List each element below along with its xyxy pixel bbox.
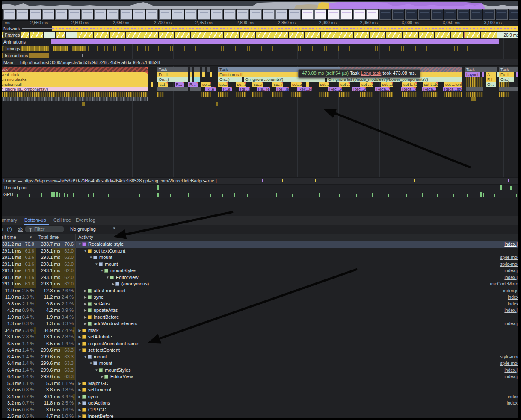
filmstrip-screenshot[interactable]: [81, 9, 93, 20]
timing-mark[interactable]: [107, 46, 108, 51]
collapsed-arrow-icon[interactable]: ▶: [77, 380, 82, 387]
frame-block[interactable]: [321, 32, 337, 38]
expanded-arrow-icon[interactable]: ▼: [89, 254, 93, 261]
flame-event[interactable]: [444, 92, 463, 97]
frame-block[interactable]: [435, 32, 451, 38]
flame-event[interactable]: R...: [175, 82, 185, 87]
collapsed-arrow-icon[interactable]: ▶: [83, 320, 88, 327]
timing-mark[interactable]: [415, 46, 416, 51]
timing-mark[interactable]: [210, 46, 210, 51]
filmstrip-screenshot[interactable]: [237, 9, 249, 20]
frame-block[interactable]: [337, 32, 353, 38]
frame-block[interactable]: 26.9 ms: [497, 32, 521, 38]
flame-event[interactable]: Task: [157, 67, 189, 72]
timing-mark[interactable]: [389, 46, 390, 51]
table-row[interactable]: 9.8 ms2.1 %9.8 ms2.1 %▶setAttrsindex.: [0, 301, 521, 308]
frame-block[interactable]: [386, 32, 402, 38]
timing-mark[interactable]: [184, 46, 185, 51]
timing-mark[interactable]: [403, 46, 404, 51]
table-row[interactable]: 6.4 ms1.4 %299.6 ms63.3 %▶EditorViewinde…: [0, 373, 521, 380]
timing-mark[interactable]: [298, 46, 299, 51]
filmstrip-screenshot[interactable]: [340, 9, 352, 20]
timing-segment[interactable]: [72, 46, 86, 51]
filmstrip-screenshot[interactable]: [302, 9, 314, 20]
timing-mark[interactable]: [377, 46, 378, 51]
expanded-arrow-icon[interactable]: ▼: [94, 367, 99, 374]
table-row[interactable]: 34.6 ms7.3 %34.9 ms7.4 %▶mark: [0, 327, 521, 334]
timing-mark[interactable]: [287, 46, 287, 51]
gpu-track[interactable]: GPU: [0, 191, 521, 198]
time-ruler[interactable]: ms2,550 ms2,600 ms2,650 ms2,700 ms2,750 …: [0, 21, 521, 26]
table-row[interactable]: 11.0 ms2.3 %11.2 ms2.4 %▶syncindex.: [0, 294, 521, 301]
source-link[interactable]: index.js: [504, 373, 520, 380]
timing-mark[interactable]: [170, 46, 171, 51]
flame-event[interactable]: Reca...yle: [375, 87, 391, 91]
filmstrip-screenshot[interactable]: [275, 9, 287, 20]
timing-mark[interactable]: [467, 46, 468, 51]
flame-event[interactable]: Reca...yle: [401, 87, 416, 91]
frame-block[interactable]: [289, 32, 305, 38]
flame-event[interactable]: [466, 92, 484, 97]
flame-event[interactable]: [360, 92, 373, 97]
flame-event[interactable]: Re...e: [239, 87, 251, 91]
table-row[interactable]: 4.2 ms0.9 %4.2 ms0.9 %▶updateAttrsindex.…: [0, 307, 521, 314]
frame-block[interactable]: [403, 32, 418, 38]
frame-block[interactable]: [175, 32, 191, 38]
expanded-arrow-icon[interactable]: ▼: [105, 274, 110, 281]
timing-mark[interactable]: [324, 46, 325, 51]
thread-pool-track[interactable]: Thread pool: [0, 184, 521, 191]
expanded-arrow-icon[interactable]: ▼: [100, 267, 104, 274]
filmstrip-screenshot[interactable]: [444, 9, 456, 20]
flame-event[interactable]: R...: [188, 82, 198, 87]
flame-event[interactable]: [151, 82, 154, 87]
frame-track-header[interactable]: Frame — https://id-preview--bd53fd9d-728…: [0, 177, 521, 184]
timing-mark[interactable]: [115, 46, 116, 51]
flame-event[interactable]: n ignore lis...omponents\/): [0, 87, 148, 91]
filmstrip-screenshot[interactable]: [224, 9, 236, 20]
filmstrip-screenshot[interactable]: [42, 9, 54, 20]
frame-block[interactable]: [240, 32, 256, 38]
timing-mark[interactable]: [275, 46, 275, 51]
flame-event[interactable]: Reca...style: [443, 87, 463, 91]
frame-block[interactable]: [66, 32, 77, 38]
timing-mark[interactable]: [97, 46, 98, 51]
filmstrip-screenshot[interactable]: [379, 9, 391, 20]
collapsed-arrow-icon[interactable]: ▶: [77, 400, 82, 407]
expanded-arrow-icon[interactable]: ▼: [77, 241, 82, 248]
filmstrip-screenshot[interactable]: [328, 9, 340, 20]
frame-block[interactable]: [77, 32, 93, 38]
flame-event[interactable]: set ...tent: [360, 82, 373, 87]
timing-mark[interactable]: [223, 46, 224, 51]
collapsed-arrow-icon[interactable]: ▶: [77, 327, 82, 334]
collapsed-arrow-icon[interactable]: ▶: [77, 334, 82, 341]
filmstrip-screenshot[interactable]: [366, 9, 378, 20]
frame-block[interactable]: [56, 32, 65, 38]
timing-mark[interactable]: [441, 46, 441, 51]
grouping-caret-icon[interactable]: ▼: [112, 226, 116, 230]
collapsed-arrow-icon[interactable]: ▶: [77, 394, 82, 400]
collapsed-arrow-icon[interactable]: ▶: [83, 301, 88, 308]
table-row[interactable]: 3.2 ms0.7 %11.8 ms2.5 %▶getActionsindex.…: [0, 400, 521, 407]
flame-event[interactable]: se...t: [218, 82, 228, 87]
filmstrip-screenshot[interactable]: [483, 9, 495, 20]
timing-mark[interactable]: [95, 46, 95, 51]
table-row[interactable]: 6.5 ms1.4 %6.5 ms1.4 %▶requestAnimationF…: [0, 341, 521, 347]
timing-mark[interactable]: [145, 46, 146, 51]
flame-event[interactable]: s..t: [158, 82, 169, 87]
flame-event[interactable]: set ...ent: [339, 82, 350, 87]
source-link[interactable]: style-mod: [500, 254, 520, 261]
filmstrip-screenshot[interactable]: [133, 9, 145, 20]
source-link[interactable]: index.js: [504, 320, 520, 327]
cpu-overview-chart[interactable]: [0, 1, 521, 9]
flame-event[interactable]: [291, 92, 303, 97]
expanded-arrow-icon[interactable]: ▼: [89, 360, 93, 367]
flame-event[interactable]: [466, 77, 484, 82]
flame-event[interactable]: Rec...yle: [352, 87, 367, 91]
flame-event[interactable]: [218, 92, 228, 97]
table-row[interactable]: 3.4 ms0.7 %30.1 ms6.4 %▶syncindex.: [0, 394, 521, 400]
frame-block[interactable]: [256, 32, 272, 38]
source-link[interactable]: index.js: [504, 367, 520, 374]
frame-block[interactable]: [44, 32, 55, 38]
filmstrip-screenshot[interactable]: [120, 9, 132, 20]
timing-segment[interactable]: [53, 46, 68, 51]
